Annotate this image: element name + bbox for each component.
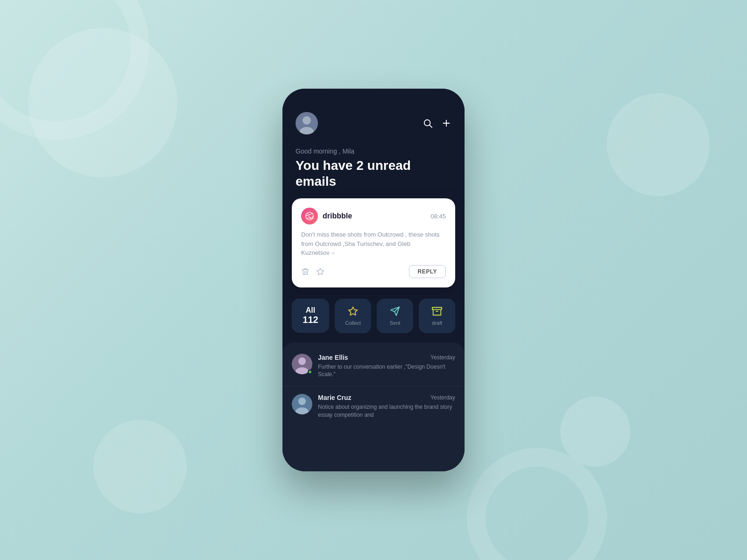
avatar-img-2 — [292, 394, 312, 414]
header-icons — [423, 118, 451, 128]
svg-marker-9 — [349, 307, 357, 315]
email-avatar-2 — [292, 394, 312, 414]
draft-archive-icon — [432, 306, 442, 316]
email-time: 08:45 — [430, 213, 446, 220]
bg-decoration-2 — [93, 420, 187, 513]
bg-decoration-4 — [560, 397, 630, 467]
tab-draft[interactable]: draft — [419, 299, 455, 333]
sender-name: dribbble — [323, 212, 352, 220]
header: Good morning , Mila You have 2 unread em… — [282, 89, 465, 198]
email-content-2: Marie Cruz Yesterday Notice about organi… — [318, 394, 455, 419]
email-preview-2: Notice about organizing and launching th… — [318, 403, 455, 419]
tab-draft-label: draft — [432, 320, 442, 326]
search-button[interactable] — [423, 118, 433, 128]
tab-collect-label: Collect — [345, 320, 361, 326]
email-meta-1: Jane Ellis Yesterday — [318, 354, 455, 361]
email-content-1: Jane Ellis Yesterday Further to our conv… — [318, 354, 455, 379]
delete-button[interactable] — [301, 267, 310, 276]
star-button[interactable] — [316, 267, 324, 276]
dribbble-icon — [305, 211, 314, 221]
tab-sent-label: Sent — [390, 320, 401, 326]
bg-decoration-3 — [607, 93, 710, 196]
email-meta-2: Marie Cruz Yesterday — [318, 394, 455, 401]
collect-star-icon — [348, 306, 358, 316]
email-from-1: Jane Ellis — [318, 354, 348, 361]
featured-email-card[interactable]: dribbble 08:45 Don't miss these shots fr… — [292, 198, 455, 287]
tab-collect[interactable]: Collect — [335, 299, 371, 333]
svg-rect-12 — [432, 307, 442, 309]
email-body: Don't miss these shots from Outcrowd , t… — [301, 230, 446, 258]
email-item-1[interactable]: Jane Ellis Yesterday Further to our conv… — [282, 346, 465, 387]
reply-button[interactable]: REPLY — [409, 265, 446, 278]
trash-icon — [301, 267, 310, 276]
dribbble-logo — [301, 208, 318, 224]
card-actions: REPLY — [301, 265, 446, 278]
online-indicator — [308, 370, 312, 374]
search-icon — [423, 118, 433, 128]
add-button[interactable] — [441, 118, 451, 128]
star-icon — [316, 267, 324, 276]
svg-line-4 — [430, 125, 432, 127]
card-action-icons — [301, 267, 324, 276]
header-top — [296, 112, 451, 134]
svg-marker-8 — [317, 268, 324, 274]
svg-point-18 — [298, 398, 306, 405]
greeting-subtitle: Good morning , Mila — [296, 147, 451, 155]
tab-all[interactable]: All 112 — [292, 299, 329, 333]
greeting-main: You have 2 unread emails — [296, 158, 451, 189]
email-avatar-1 — [292, 354, 312, 374]
email-date-1: Yesterday — [430, 354, 455, 361]
email-date-2: Yesterday — [430, 394, 455, 401]
filter-tabs: All 112 Collect Sent draft — [282, 299, 465, 343]
email-preview-1: Further to our conversation earlier ,"De… — [318, 363, 455, 379]
tab-all-count: 112 — [303, 315, 318, 325]
card-header: dribbble 08:45 — [301, 208, 446, 224]
svg-point-15 — [298, 357, 306, 365]
tab-all-label: All — [306, 306, 315, 315]
card-sender: dribbble — [301, 208, 352, 224]
email-item-2[interactable]: Marie Cruz Yesterday Notice about organi… — [282, 386, 465, 427]
email-from-2: Marie Cruz — [318, 394, 352, 401]
avatar[interactable] — [296, 112, 318, 134]
phone-shell: Good morning , Mila You have 2 unread em… — [282, 89, 465, 471]
email-list: Jane Ellis Yesterday Further to our conv… — [282, 343, 465, 471]
sent-icon — [390, 306, 400, 316]
tab-sent[interactable]: Sent — [377, 299, 413, 333]
add-icon — [441, 118, 451, 128]
svg-point-1 — [303, 116, 311, 125]
